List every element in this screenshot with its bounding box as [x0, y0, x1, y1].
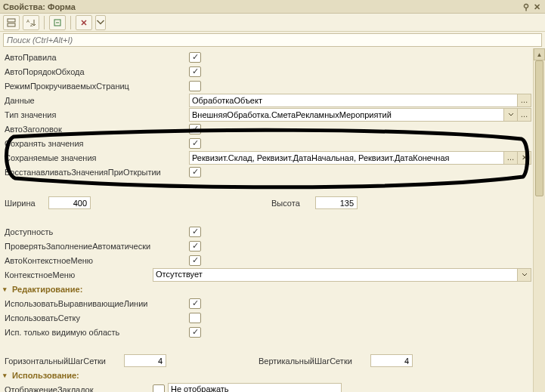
- toolbar: АZ: [0, 14, 545, 32]
- ctx-menu-select[interactable]: Отсутствует: [153, 268, 531, 282]
- tab-display-select[interactable]: Не отображать: [168, 383, 342, 393]
- auto-title-checkbox[interactable]: [189, 124, 201, 134]
- prop-label: ГоризонтальныйШагСетки: [3, 357, 124, 366]
- svg-text:А: А: [26, 19, 29, 23]
- availability-checkbox[interactable]: [189, 227, 201, 237]
- search-bar: [0, 32, 545, 48]
- ellipsis-button[interactable]: …: [517, 94, 531, 106]
- save-values-checkbox[interactable]: [189, 138, 201, 149]
- clear-button[interactable]: [76, 15, 92, 30]
- tab-display-value: Не отображать: [169, 384, 341, 393]
- search-input[interactable]: [3, 33, 542, 47]
- prop-label: Доступность: [3, 227, 189, 236]
- vertical-scrollbar[interactable]: ▲ ▼: [533, 48, 545, 392]
- scroll-thumb[interactable]: [535, 60, 543, 196]
- scroll-pages-mode-checkbox[interactable]: [189, 81, 201, 91]
- clear-field-button[interactable]: ✕: [517, 152, 531, 164]
- prop-label: ИспользоватьВыравнивающиеЛинии: [3, 299, 189, 308]
- prop-label: АвтоПорядокОбхода: [3, 67, 189, 76]
- ellipsis-button[interactable]: …: [517, 109, 531, 121]
- dropdown-button[interactable]: [503, 109, 517, 121]
- prop-label: ОтображениеЗакладок: [3, 385, 153, 393]
- titlebar: Свойства: Форма ⚲ ✕: [0, 0, 545, 14]
- pin-icon[interactable]: ⚲: [521, 2, 531, 12]
- use-align-lines-checkbox[interactable]: [189, 298, 201, 309]
- prop-label: Сохраняемые значения: [3, 153, 189, 162]
- sort-alpha-button[interactable]: АZ: [23, 15, 39, 30]
- height-input[interactable]: [315, 196, 358, 209]
- prop-label: АвтоПравила: [3, 53, 189, 62]
- saved-values-field[interactable]: … ✕: [189, 151, 531, 165]
- auto-check-fill-checkbox[interactable]: [189, 241, 201, 252]
- svg-rect-0: [8, 19, 15, 22]
- prop-label: АвтоЗаголовок: [3, 125, 189, 134]
- prop-label: Исп. только видимую область: [3, 328, 189, 337]
- data-field[interactable]: …: [189, 94, 531, 107]
- prop-label: ИспользоватьСетку: [3, 313, 189, 323]
- use-visible-only-checkbox[interactable]: [189, 327, 201, 338]
- scroll-track[interactable]: [534, 60, 545, 392]
- svg-rect-1: [8, 23, 15, 26]
- prop-label: КонтекстноеМеню: [3, 270, 153, 279]
- v-grid-step-input[interactable]: [370, 354, 413, 367]
- data-input[interactable]: [190, 94, 517, 106]
- tab-display-checkbox[interactable]: [153, 384, 165, 393]
- window-title: Свойства: Форма: [3, 2, 76, 11]
- prop-label: АвтоКонтекстноеМеню: [3, 256, 189, 265]
- prop-label: РежимПрокручиваемыхСтраниц: [3, 82, 189, 91]
- auto-rules-checkbox[interactable]: [189, 52, 201, 63]
- prop-label: Ширина: [3, 199, 48, 208]
- ctx-menu-value: Отсутствует: [153, 269, 517, 281]
- use-grid-checkbox[interactable]: [189, 313, 201, 323]
- prop-label: ПроверятьЗаполнениеАвтоматически: [3, 242, 189, 251]
- close-icon[interactable]: ✕: [531, 2, 542, 12]
- prop-label: ВертикальныйШагСетки: [257, 357, 370, 366]
- clear-dropdown-button[interactable]: [95, 15, 106, 30]
- value-type-input[interactable]: [190, 109, 503, 121]
- width-input[interactable]: [48, 196, 91, 209]
- auto-bypass-order-checkbox[interactable]: [189, 66, 201, 77]
- restore-on-open-checkbox[interactable]: [189, 167, 201, 177]
- sort-category-button[interactable]: [3, 15, 20, 30]
- prop-label: Высота: [270, 199, 315, 208]
- section-usage[interactable]: Использование:: [3, 368, 531, 382]
- h-grid-step-input[interactable]: [124, 354, 166, 367]
- filter-button[interactable]: [49, 15, 66, 30]
- prop-label: ВосстанавливатьЗначенияПриОткрытии: [3, 168, 189, 177]
- value-type-field[interactable]: …: [189, 108, 531, 122]
- section-editing[interactable]: Редактирование:: [3, 282, 531, 296]
- prop-label: Данные: [3, 96, 189, 105]
- ellipsis-button[interactable]: …: [503, 152, 517, 164]
- saved-values-input[interactable]: [190, 152, 503, 164]
- dropdown-button[interactable]: [517, 269, 531, 281]
- prop-label: Тип значения: [3, 110, 189, 119]
- prop-label: Сохранять значения: [3, 139, 189, 148]
- auto-ctx-menu-checkbox[interactable]: [189, 255, 201, 266]
- scroll-up-button[interactable]: ▲: [534, 48, 545, 60]
